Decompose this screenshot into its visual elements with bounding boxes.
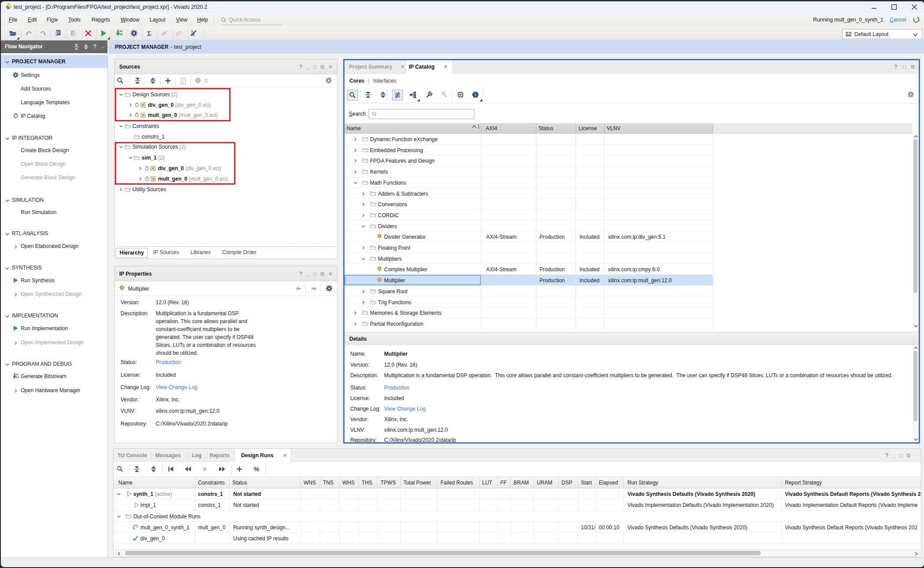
settings-gear-icon[interactable] <box>907 91 914 98</box>
settings-gear-icon[interactable] <box>130 29 138 37</box>
chevron-right-icon[interactable] <box>353 148 358 153</box>
scrollbar-thumb[interactable] <box>125 551 761 555</box>
help-icon[interactable]: ? <box>894 64 897 70</box>
column-header-ff[interactable]: FF <box>500 480 507 486</box>
details-scrollbar[interactable] <box>913 345 919 442</box>
flownav-section-ip-integrator[interactable]: IP INTEGRATOR <box>1 131 107 145</box>
scrollbar-thumb[interactable] <box>913 139 917 293</box>
help-icon[interactable]: ? <box>93 44 96 50</box>
chevron-right-icon[interactable] <box>353 159 358 163</box>
chevron-down-icon[interactable] <box>361 224 366 229</box>
maximize-icon[interactable]: □ <box>313 271 316 277</box>
bottom-tab-tcl-console[interactable]: Tcl Console <box>117 452 147 459</box>
column-header-vlnv[interactable]: VLNV <box>607 125 620 131</box>
minimize-panel-icon[interactable]: _ <box>102 42 105 48</box>
redo-icon[interactable] <box>39 29 47 37</box>
catalog-row-divider-generator[interactable]: Divider GeneratorAXI4-StreamProductionIn… <box>345 231 713 242</box>
sources-tab-libraries[interactable]: Libraries <box>191 249 211 255</box>
minimize-button[interactable] <box>868 1 881 13</box>
column-header-failed-routes[interactable]: Failed Routes <box>440 480 473 486</box>
chevron-down-icon[interactable] <box>117 514 121 519</box>
float-icon[interactable]: ⧉ <box>906 452 910 459</box>
report-sigma-icon[interactable]: Σ <box>146 29 154 37</box>
column-header-name[interactable]: Name <box>118 480 132 486</box>
chevron-right-icon[interactable] <box>361 300 366 305</box>
minimize-icon[interactable]: _ <box>892 452 895 459</box>
collapse-all-icon[interactable] <box>74 44 79 50</box>
column-header-uram[interactable]: URAM <box>537 480 552 486</box>
catalog-row-square-root[interactable]: Square Root <box>345 286 713 297</box>
runs-row-synth-1[interactable]: synth_1 (active)constrs_1Not startedViva… <box>114 488 921 499</box>
float-icon[interactable]: ⧉ <box>911 64 915 70</box>
catalog-row-dynamic-function-exchange[interactable]: Dynamic Function eXchange <box>345 134 713 145</box>
column-header-license[interactable]: License <box>579 125 597 131</box>
subtab-interfaces[interactable]: Interfaces <box>373 78 396 84</box>
disabled-marker-icon[interactable] <box>161 29 169 37</box>
chevron-right-icon[interactable] <box>14 341 18 345</box>
detail-value-link[interactable]: View Change Log <box>384 406 426 412</box>
layout-selector[interactable]: Default Layout <box>842 29 922 39</box>
sources-tab-ip-sources[interactable]: IP Sources <box>153 249 179 255</box>
close-icon[interactable]: ✕ <box>283 452 287 459</box>
chevron-down-icon[interactable] <box>5 232 10 237</box>
chevron-down-icon[interactable] <box>117 492 121 496</box>
column-header-name[interactable]: Name <box>347 125 361 131</box>
bottom-tab-messages[interactable]: Messages <box>155 452 180 459</box>
flownav-item-generate-bitstream[interactable]: 0110Generate Bitstream <box>1 370 107 383</box>
chevron-down-icon[interactable] <box>5 266 10 271</box>
catalog-row-memories-storage-elements[interactable]: Memories & Storage Elements <box>345 307 713 318</box>
expand-all-icon[interactable] <box>84 44 88 50</box>
sources-tab-hierarchy[interactable]: Hierarchy <box>116 248 148 258</box>
float-icon[interactable]: ⧉ <box>320 271 324 277</box>
expand-all-icon[interactable] <box>150 466 158 473</box>
runs-row-mult-gen-0-synth-1[interactable]: mult_gen_0_synth_1mult_gen_0Running synt… <box>114 522 921 533</box>
catalog-row-embedded-processing[interactable]: Embedded Processing <box>345 145 713 156</box>
plus-icon[interactable] <box>236 466 243 473</box>
undo-icon[interactable] <box>25 29 33 37</box>
minimize-icon[interactable]: _ <box>306 271 309 277</box>
flownav-item-add-sources[interactable]: Add Sources <box>1 82 107 95</box>
plus-icon[interactable] <box>164 77 172 84</box>
catalog-row-complex-multiplier[interactable]: Complex MultiplierAXI4-StreamProductionI… <box>345 264 713 275</box>
column-header-wns[interactable]: WNS <box>304 480 316 486</box>
back-arrow-icon[interactable] <box>295 285 302 292</box>
column-header-tpws[interactable]: TPWS <box>381 480 396 486</box>
column-header-ths[interactable]: THS <box>362 480 372 486</box>
chevron-down-icon[interactable] <box>5 60 10 65</box>
rewind-icon[interactable] <box>184 466 192 473</box>
maximize-icon[interactable]: □ <box>899 452 902 459</box>
paste-icon[interactable] <box>70 29 77 37</box>
catalog-row-multipliers[interactable]: Multipliers <box>345 253 713 264</box>
delete-icon[interactable] <box>84 29 92 37</box>
collapse-all-icon[interactable] <box>133 466 141 473</box>
bottom-tab-reports[interactable]: Reports <box>209 452 229 459</box>
runs-row-div-gen-0[interactable]: div_gen_0Using cached IP results <box>114 533 921 544</box>
flownav-item-generate-block-design[interactable]: Generate Block Design <box>1 171 107 184</box>
column-header-status[interactable]: Status <box>539 125 554 131</box>
chevron-right-icon[interactable] <box>361 246 366 250</box>
catalog-row-dividers[interactable]: Dividers <box>345 221 713 232</box>
chevron-right-icon[interactable] <box>353 322 358 326</box>
runs-row-out-of-context-module-runs[interactable]: Out-of-Context Module Runs <box>114 511 921 522</box>
menu-layout[interactable]: Layout <box>150 17 165 23</box>
flownav-item-run-simulation[interactable]: Run Simulation <box>1 206 107 219</box>
tab-project-summary[interactable]: Project Summary <box>349 64 392 70</box>
column-header-start[interactable]: Start <box>581 480 592 486</box>
scroll-up-icon[interactable] <box>914 135 918 138</box>
menu-edit[interactable]: Edit <box>28 17 37 23</box>
generate-bitstream-icon[interactable]: 0110 <box>115 29 123 37</box>
chevron-right-icon[interactable] <box>361 202 366 207</box>
chevron-down-icon[interactable] <box>5 362 10 367</box>
catalog-row-trig-functions[interactable]: Trig Functions <box>345 297 713 308</box>
percent-icon[interactable]: % <box>253 466 260 473</box>
scroll-up-icon[interactable] <box>914 346 918 350</box>
chevron-right-icon[interactable] <box>361 213 366 218</box>
filter-icon[interactable] <box>392 90 403 101</box>
close-icon[interactable]: ✕ <box>328 64 333 70</box>
menu-flow[interactable]: Flow <box>47 17 58 23</box>
field-value-link[interactable]: View Change Log <box>156 384 198 390</box>
horizontal-scrollbar[interactable] <box>115 550 919 557</box>
scroll-down-icon[interactable] <box>914 438 918 441</box>
pointer-slash-icon[interactable] <box>190 29 198 37</box>
maximize-button[interactable] <box>887 1 901 13</box>
